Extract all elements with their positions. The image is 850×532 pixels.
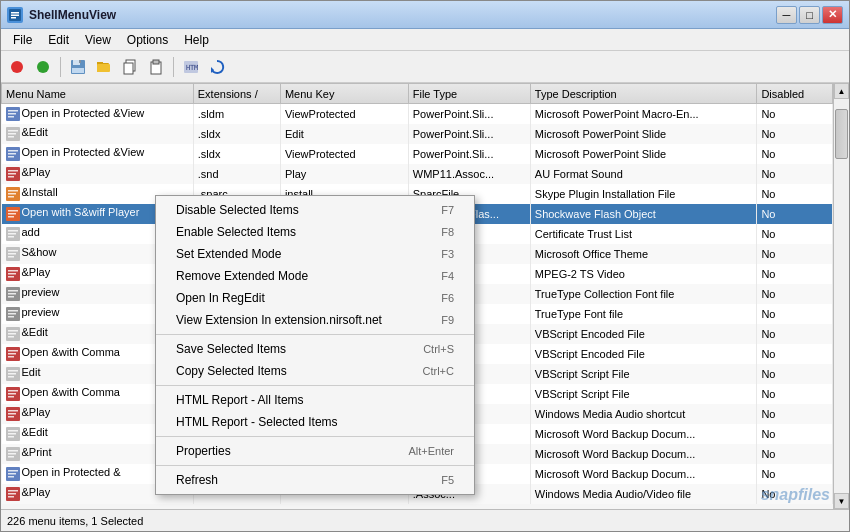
ctx-item-1[interactable]: Enable Selected ItemsF8 <box>156 221 474 243</box>
table-row[interactable]: &Play .snd Play WMP11.Assoc... AU Format… <box>2 164 833 184</box>
svg-rect-97 <box>8 476 14 478</box>
cell-extensions: .snd <box>193 164 280 184</box>
table-row[interactable]: Open in Protected &View .sldm ViewProtec… <box>2 104 833 124</box>
svg-rect-27 <box>8 130 18 132</box>
ctx-label: HTML Report - Selected Items <box>176 415 338 429</box>
ctx-item-11[interactable]: RefreshF5 <box>156 469 474 491</box>
minimize-button[interactable]: ─ <box>776 6 797 24</box>
toolbar-green-circle[interactable] <box>31 55 55 79</box>
cell-type-desc: Microsoft PowerPoint Slide <box>530 124 757 144</box>
svg-rect-44 <box>8 213 16 215</box>
cell-type-desc: Microsoft PowerPoint Slide <box>530 144 757 164</box>
cell-menu-key: Edit <box>280 124 408 144</box>
col-header-menu-key[interactable]: Menu Key <box>280 84 408 104</box>
ctx-item-5[interactable]: View Extension In extension.nirsoft.netF… <box>156 309 474 331</box>
ctx-item-2[interactable]: Set Extended ModeF3 <box>156 243 474 265</box>
row-icon <box>6 447 20 461</box>
scroll-track[interactable] <box>834 99 849 493</box>
table-row[interactable]: Open in Protected &View .sldx ViewProtec… <box>2 144 833 164</box>
ctx-shortcut: Alt+Enter <box>408 445 454 457</box>
menu-view[interactable]: View <box>77 31 119 49</box>
ctx-shortcut: F9 <box>441 314 454 326</box>
svg-rect-36 <box>8 173 16 175</box>
table-row[interactable]: &Edit .sldx Edit PowerPoint.Sli... Micro… <box>2 124 833 144</box>
cell-file-type: PowerPoint.Sli... <box>408 144 530 164</box>
menu-options[interactable]: Options <box>119 31 176 49</box>
row-icon <box>6 367 20 381</box>
svg-rect-101 <box>8 496 14 498</box>
toolbar-save-icon[interactable] <box>66 55 90 79</box>
svg-text:M: M <box>194 64 198 72</box>
menu-edit[interactable]: Edit <box>40 31 77 49</box>
svg-rect-64 <box>8 313 16 315</box>
toolbar-copy-icon[interactable] <box>118 55 142 79</box>
menu-file[interactable]: File <box>5 31 40 49</box>
cell-disabled: No <box>757 444 833 464</box>
row-icon <box>6 207 20 221</box>
col-header-menu-name[interactable]: Menu Name <box>2 84 194 104</box>
scroll-thumb[interactable] <box>835 109 848 159</box>
cell-file-type: PowerPoint.Sli... <box>408 124 530 144</box>
cell-type-desc: Microsoft Word Backup Docum... <box>530 444 757 464</box>
ctx-item-9[interactable]: HTML Report - Selected Items <box>156 411 474 433</box>
svg-rect-83 <box>8 410 18 412</box>
svg-rect-32 <box>8 153 16 155</box>
svg-rect-7 <box>73 60 80 65</box>
ctx-label: Properties <box>176 444 231 458</box>
ctx-separator <box>156 465 474 466</box>
cell-type-desc: Microsoft PowerPoint Macro-En... <box>530 104 757 124</box>
toolbar-html-icon[interactable]: HTM <box>179 55 203 79</box>
scroll-down-arrow[interactable]: ▼ <box>834 493 849 509</box>
cell-disabled: No <box>757 284 833 304</box>
toolbar-sep-2 <box>173 57 174 77</box>
col-header-type-desc[interactable]: Type Description <box>530 84 757 104</box>
svg-rect-55 <box>8 270 18 272</box>
row-icon <box>6 247 20 261</box>
maximize-button[interactable]: □ <box>799 6 820 24</box>
toolbar-red-circle[interactable] <box>5 55 29 79</box>
col-header-file-type[interactable]: File Type <box>408 84 530 104</box>
ctx-item-7[interactable]: Copy Selected ItemsCtrl+C <box>156 360 474 382</box>
ctx-item-3[interactable]: Remove Extended ModeF4 <box>156 265 474 287</box>
close-button[interactable]: ✕ <box>822 6 843 24</box>
cell-menu-key: ViewProtected <box>280 144 408 164</box>
svg-rect-39 <box>8 190 18 192</box>
cell-menu-name: &Edit <box>2 124 194 144</box>
col-header-disabled[interactable]: Disabled <box>757 84 833 104</box>
cell-type-desc: VBScript Encoded File <box>530 324 757 344</box>
svg-rect-95 <box>8 470 18 472</box>
svg-rect-1 <box>11 12 19 14</box>
cell-type-desc: Certificate Trust List <box>530 224 757 244</box>
svg-rect-69 <box>8 336 14 338</box>
svg-rect-33 <box>8 156 14 158</box>
toolbar-open-icon[interactable] <box>92 55 116 79</box>
ctx-item-10[interactable]: PropertiesAlt+Enter <box>156 440 474 462</box>
svg-rect-11 <box>97 62 103 64</box>
cell-disabled: No <box>757 144 833 164</box>
svg-rect-14 <box>124 63 133 74</box>
cell-type-desc: Windows Media Audio shortcut <box>530 404 757 424</box>
ctx-item-4[interactable]: Open In RegEditF6 <box>156 287 474 309</box>
svg-rect-12 <box>97 64 110 72</box>
status-bar: 226 menu items, 1 Selected <box>1 509 849 531</box>
toolbar-paste-icon[interactable] <box>144 55 168 79</box>
cell-menu-key: ViewProtected <box>280 104 408 124</box>
svg-rect-85 <box>8 416 14 418</box>
menu-help[interactable]: Help <box>176 31 217 49</box>
scroll-up-arrow[interactable]: ▲ <box>834 83 849 99</box>
ctx-item-6[interactable]: Save Selected ItemsCtrl+S <box>156 338 474 360</box>
vertical-scrollbar[interactable]: ▲ ▼ <box>833 83 849 509</box>
toolbar-refresh-icon[interactable] <box>205 55 229 79</box>
ctx-shortcut: F8 <box>441 226 454 238</box>
row-icon <box>6 147 20 161</box>
cell-menu-name: Open in Protected &View <box>2 144 194 164</box>
svg-rect-80 <box>8 393 16 395</box>
cell-disabled: No <box>757 184 833 204</box>
cell-type-desc: Shockwave Flash Object <box>530 204 757 224</box>
col-header-extensions[interactable]: Extensions / <box>193 84 280 104</box>
ctx-item-0[interactable]: Disable Selected ItemsF7 <box>156 199 474 221</box>
ctx-item-8[interactable]: HTML Report - All Items <box>156 389 474 411</box>
cell-disabled: No <box>757 424 833 444</box>
cell-extensions: .sldm <box>193 104 280 124</box>
ctx-label: Disable Selected Items <box>176 203 299 217</box>
